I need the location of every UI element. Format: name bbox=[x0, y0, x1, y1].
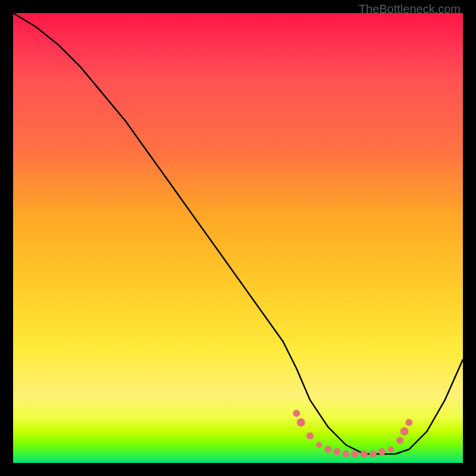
bottleneck-curve bbox=[13, 13, 463, 454]
marker-dot bbox=[396, 437, 403, 444]
marker-dot bbox=[342, 450, 349, 458]
marker-dot bbox=[293, 410, 300, 417]
marker-dot bbox=[333, 448, 340, 455]
marker-dot bbox=[405, 419, 412, 426]
chart-container: TheBottleneck.com bbox=[0, 0, 476, 476]
marker-dot bbox=[297, 418, 305, 427]
marker-dot bbox=[388, 446, 394, 452]
marker-dot bbox=[306, 433, 314, 440]
marker-dot bbox=[400, 427, 409, 436]
marker-dot bbox=[352, 450, 359, 458]
plot-area bbox=[13, 13, 463, 463]
marker-dots bbox=[293, 410, 412, 458]
marker-dot bbox=[369, 450, 377, 458]
marker-dot bbox=[316, 442, 322, 448]
marker-dot bbox=[378, 448, 386, 455]
marker-dot bbox=[324, 446, 331, 453]
watermark-text: TheBottleneck.com bbox=[359, 2, 461, 16]
marker-dot bbox=[361, 450, 368, 458]
curve-svg bbox=[13, 13, 463, 463]
